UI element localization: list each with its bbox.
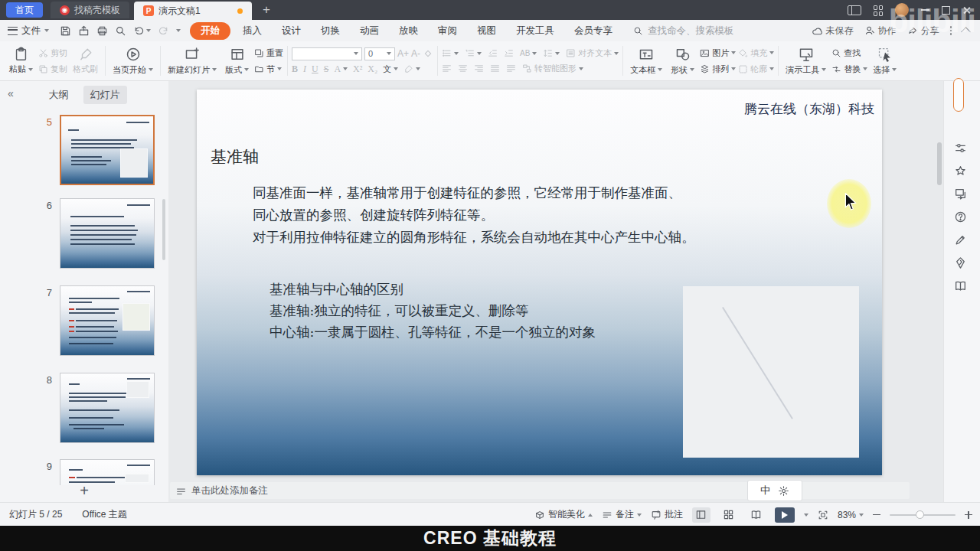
reading-book-icon[interactable] [952, 277, 969, 294]
view-normal-button[interactable] [692, 507, 710, 523]
align-center-icon[interactable] [458, 64, 468, 73]
effects-star-icon[interactable] [952, 162, 969, 179]
bold-button[interactable]: B [292, 64, 298, 75]
comments-button[interactable]: 批注 [651, 508, 683, 521]
new-tab-button[interactable]: + [263, 2, 270, 18]
shrink-font-button[interactable]: A- [411, 48, 420, 59]
arrange-button[interactable]: 排列 [700, 64, 736, 75]
canvas-scrollbar[interactable] [937, 142, 942, 185]
align-left-icon[interactable] [442, 64, 452, 73]
italic-button[interactable]: I [303, 64, 306, 75]
decrease-indent-icon[interactable] [488, 48, 498, 58]
line-spacing-button[interactable] [543, 48, 560, 58]
strikethrough-button[interactable]: S [324, 64, 329, 75]
menu-insert[interactable]: 插入 [233, 21, 272, 41]
slide-thumbnail-6[interactable] [60, 198, 155, 269]
tab-home[interactable]: 首页 [6, 2, 43, 18]
copy-button[interactable]: 复制 [38, 64, 67, 75]
tab-outline[interactable]: 大纲 [42, 86, 76, 104]
to-smartart-button[interactable]: 转智能图形 [522, 63, 583, 74]
bullets-button[interactable] [442, 48, 459, 58]
gear-icon[interactable] [778, 485, 789, 497]
menu-animation[interactable]: 动画 [350, 21, 389, 41]
tab-templates[interactable]: ◉ 找稿壳模板 [51, 2, 129, 18]
theme-name[interactable]: Office 主题 [82, 508, 126, 521]
share-button[interactable]: 分享 [907, 24, 939, 37]
smart-beautify-button[interactable]: 智能美化 [534, 508, 593, 521]
collaborate-button[interactable]: 协作 [864, 24, 897, 37]
slide-thumbnail-7[interactable] [60, 285, 155, 356]
save-icon[interactable] [60, 25, 71, 37]
superscript-button[interactable]: X² [353, 64, 362, 75]
more-commands-icon[interactable] [176, 29, 181, 32]
duplicate-slide-icon[interactable] [952, 185, 969, 202]
textbox-button[interactable]: 文本框 [627, 46, 665, 77]
tab-document-active[interactable]: P 演示文稿1 [134, 2, 252, 20]
slide-editor[interactable]: 腾云在线（东湖）科技 基准轴 同基准面一样，基准轴常用于创建特征的参照，它经常用… [197, 90, 882, 475]
cut-button[interactable]: 剪切 [38, 47, 67, 59]
slide-thumbnail-8[interactable] [60, 373, 155, 443]
clear-format-icon[interactable] [423, 48, 433, 59]
menu-slideshow[interactable]: 放映 [389, 21, 428, 41]
view-reading-button[interactable] [747, 507, 766, 523]
paste-button[interactable]: 粘贴 [6, 46, 36, 76]
section-button[interactable]: 节 [254, 64, 283, 75]
text-direction-button[interactable]: AB [520, 49, 537, 57]
menu-home[interactable]: 开始 [190, 22, 230, 40]
replace-button[interactable]: 替换 [831, 64, 867, 75]
print-icon[interactable] [96, 25, 108, 37]
subscript-button[interactable]: X₂ [368, 64, 377, 75]
picture-button[interactable]: 图片 [700, 47, 736, 59]
fit-slide-icon[interactable] [818, 510, 828, 520]
distribute-icon[interactable] [506, 64, 516, 73]
zoom-in-button[interactable] [965, 511, 972, 519]
minimize-button[interactable] [921, 9, 929, 11]
signature-pen-icon[interactable] [952, 231, 969, 248]
save-status[interactable]: 未保存 [812, 24, 854, 37]
slide-image-datum-axis[interactable] [683, 286, 859, 458]
menu-design[interactable]: 设计 [272, 21, 311, 41]
close-button[interactable] [962, 6, 971, 15]
properties-sliders-icon[interactable] [952, 139, 969, 156]
present-tools-button[interactable]: 演示工具 [782, 46, 829, 77]
maximize-button[interactable] [942, 6, 950, 15]
align-text-button[interactable]: 对齐文本 [566, 47, 619, 59]
font-color-button[interactable]: A [334, 64, 348, 75]
play-current-button[interactable]: 当页开始 [109, 46, 156, 77]
fill-button[interactable]: 填充 [738, 47, 774, 59]
shapes-button[interactable]: 形状 [668, 46, 697, 77]
ime-lang[interactable]: 中 [760, 484, 770, 497]
slide-thumbnail-5[interactable] [60, 115, 155, 185]
zoom-out-button[interactable] [873, 514, 880, 516]
export-icon[interactable] [78, 25, 90, 37]
menu-devtools[interactable]: 开发工具 [506, 21, 564, 41]
reset-button[interactable]: 重置 [254, 47, 283, 59]
flash-badge-icon[interactable] [952, 254, 969, 271]
menu-member[interactable]: 会员专享 [564, 21, 622, 41]
grow-font-button[interactable]: A+ [397, 48, 409, 59]
panel-scrollbar[interactable] [162, 199, 165, 260]
print-preview-icon[interactable] [115, 25, 126, 37]
format-painter-button[interactable]: 格式刷 [70, 47, 101, 76]
notes-button[interactable]: 备注 [602, 508, 642, 521]
tab-slides[interactable]: 幻灯片 [83, 86, 127, 104]
align-right-icon[interactable] [474, 64, 484, 73]
font-size-combo[interactable]: 0 [364, 47, 395, 60]
help-icon[interactable] [952, 208, 969, 225]
collapse-ribbon-icon[interactable] [961, 27, 971, 37]
layout-panes-icon[interactable] [848, 5, 861, 15]
underline-button[interactable]: U [312, 64, 318, 75]
font-name-combo[interactable] [292, 47, 362, 60]
pinyin-guide-button[interactable]: 文 [383, 64, 398, 75]
zoom-level[interactable]: 83% [838, 510, 864, 520]
select-button[interactable]: 选择 [870, 46, 900, 77]
layout-button[interactable]: 版式 [222, 46, 252, 77]
slideshow-play-button[interactable] [775, 507, 795, 523]
highlight-button[interactable] [403, 64, 420, 74]
strip-scrollbar-thumb[interactable] [953, 78, 964, 112]
apps-grid-icon[interactable] [874, 5, 883, 15]
menu-transition[interactable]: 切换 [311, 21, 350, 41]
play-options-icon[interactable] [804, 514, 808, 517]
command-search[interactable]: 查找命令、搜索模板 [633, 24, 734, 37]
zoom-slider-knob[interactable] [916, 510, 924, 519]
